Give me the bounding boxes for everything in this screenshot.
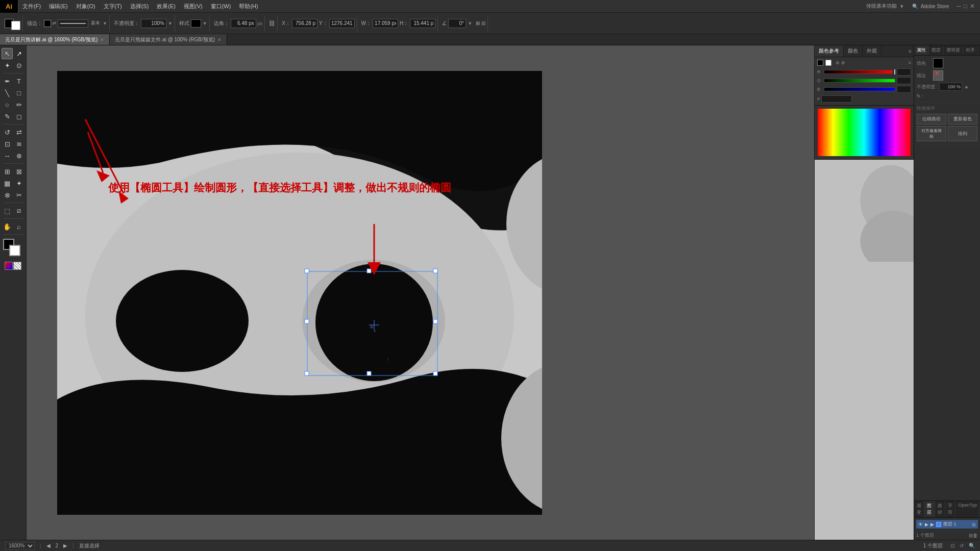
h-input[interactable]	[410, 19, 435, 28]
opacity-dropdown[interactable]: ▼	[168, 21, 173, 26]
gradient-swatch[interactable]	[5, 262, 13, 270]
g-input[interactable]	[897, 77, 911, 84]
layer-eye-icon[interactable]: 👁	[918, 522, 923, 527]
menu-window[interactable]: 窗口(W)	[207, 0, 235, 12]
b-slider[interactable]	[824, 87, 895, 91]
outer-tab-transparency[interactable]: 透明度	[944, 45, 963, 55]
min-button[interactable]: ─	[957, 3, 961, 10]
angle-input[interactable]	[448, 19, 466, 28]
tool-artboard[interactable]: ⬚	[2, 205, 13, 216]
stroke-color-swatch-tool[interactable]	[9, 245, 20, 256]
outer-tab-properties[interactable]: 属性	[914, 45, 929, 55]
tool-selection[interactable]: ↖	[2, 48, 13, 59]
layer-arrow[interactable]: ▶	[925, 522, 928, 527]
tool-hand[interactable]: ✋	[2, 221, 13, 232]
layers-tab-path[interactable]: 路径	[935, 501, 945, 517]
opacity-input-outer[interactable]	[939, 83, 962, 91]
tool-free-transform[interactable]: ⊕	[13, 150, 24, 161]
tool-warp[interactable]: ≋	[13, 138, 24, 149]
style-dropdown[interactable]: ▼	[203, 21, 207, 26]
layer-expand[interactable]: ▶	[930, 522, 934, 527]
opacity-input[interactable]	[141, 19, 166, 28]
stroke-swatch-outer[interactable]: ×	[933, 70, 943, 81]
zoom-select[interactable]: 1600%	[5, 542, 35, 550]
tool-gradient[interactable]: ▦	[2, 178, 13, 189]
stroke-dropdown[interactable]: ▼	[103, 21, 107, 26]
tool-width[interactable]: ↔	[2, 150, 13, 161]
doc-tab-2[interactable]: 元旦是只熊媒媒文件.ai @ 100% (RGB/预览) ✕	[110, 34, 227, 45]
color-spectrum[interactable]	[817, 108, 911, 157]
outer-tab-layers[interactable]: 图层	[929, 45, 944, 55]
menu-select[interactable]: 选择(S)	[126, 0, 153, 12]
menu-file[interactable]: 文件(F)	[18, 0, 45, 12]
panel-tab-swatch[interactable]: 颜色	[844, 45, 863, 57]
menu-help[interactable]: 帮助(H)	[235, 0, 262, 12]
layer-delete-icon[interactable]: 🗑	[973, 533, 978, 538]
max-button[interactable]: □	[964, 3, 967, 10]
tool-slice[interactable]: ⧄	[13, 205, 24, 216]
stroke-color-swatch[interactable]	[44, 20, 51, 27]
menu-text[interactable]: 文字(T)	[100, 0, 126, 12]
stroke-arrow[interactable]: ⇌	[52, 20, 56, 26]
r-input[interactable]	[897, 68, 911, 76]
arrange-btn[interactable]: 排列	[948, 126, 977, 141]
panel-collapse[interactable]: ≡	[909, 48, 912, 54]
tool-scale[interactable]: ⊡	[2, 138, 13, 149]
opacity-stepper-up[interactable]: ▲	[964, 84, 969, 89]
tool-lasso[interactable]: ⊙	[13, 60, 24, 71]
none-swatch[interactable]	[13, 262, 21, 270]
search-icon-status[interactable]: 🔍	[969, 543, 975, 548]
layers-tab-gradient[interactable]: 渐变	[914, 501, 924, 517]
canvas-area[interactable]: ↑ 使用【椭圆工具】绘制圆形，【直接选择工具】调整，做出不规则的椭圆	[27, 45, 814, 540]
angle-dropdown[interactable]: ▼	[468, 21, 472, 26]
layer-row-1[interactable]: 👁 ▶ ▶ 图层 1 ◎	[916, 520, 978, 529]
tool-eyedrop[interactable]: ✦	[13, 178, 24, 189]
panel-tab-appearance[interactable]: 外观	[863, 45, 881, 57]
close-button[interactable]: ✕	[970, 3, 975, 10]
link-icon[interactable]: ⛓	[269, 20, 275, 27]
tool-rotate[interactable]: ↺	[2, 127, 13, 138]
recolor-btn[interactable]: 重新着色	[948, 114, 977, 124]
stroke-swatch[interactable]	[11, 21, 20, 30]
search-area[interactable]: 🔍	[912, 4, 918, 9]
tool-erase[interactable]: ◻	[13, 111, 24, 122]
b-input[interactable]	[897, 86, 911, 93]
workspace-dropdown-icon[interactable]: ▼	[899, 4, 904, 9]
artwork-canvas[interactable]: ↑ 使用【椭圆工具】绘制圆形，【直接选择工具】调整，做出不规则的椭圆	[57, 71, 542, 515]
menu-view[interactable]: 视图(V)	[180, 0, 207, 12]
tool-zoom[interactable]: ⌕	[13, 221, 24, 232]
prev-frame-btn[interactable]: ◀	[46, 543, 51, 548]
layers-tab-opentype[interactable]: OpenTyp	[955, 501, 980, 517]
offset-path-btn[interactable]: 位移路径	[917, 114, 946, 124]
tool-type[interactable]: T	[13, 76, 24, 87]
doc-tab-2-close[interactable]: ✕	[217, 37, 222, 42]
layers-tab-char[interactable]: 字符	[945, 501, 955, 517]
tool-rect[interactable]: □	[13, 87, 24, 98]
color-spectrum-area[interactable]	[815, 106, 914, 160]
doc-tab-1[interactable]: 元旦是只熊讲解.ai @ 1600% (RGB/预览) ✕	[0, 34, 110, 45]
panel-tab-color[interactable]: 颜色参考	[815, 45, 844, 57]
tool-mesh[interactable]: ⊠	[13, 166, 24, 177]
layer-visibility-icon[interactable]: ◎	[972, 522, 976, 527]
tool-pencil[interactable]: ✎	[2, 111, 13, 122]
pixel-align-btn[interactable]: 对齐像素网格	[917, 126, 946, 141]
tool-brush[interactable]: ✏	[13, 99, 24, 110]
corner-input[interactable]	[231, 19, 256, 28]
hex-input[interactable]	[821, 95, 852, 103]
tool-line[interactable]: ╲	[2, 87, 13, 98]
tool-pen[interactable]: ✒	[2, 76, 13, 87]
outer-tab-align[interactable]: 对齐	[963, 45, 978, 55]
tool-reflect[interactable]: ⇄	[13, 127, 24, 138]
tool-ellipse[interactable]: ○	[2, 99, 13, 110]
tool-shape-builder[interactable]: ⊞	[2, 166, 13, 177]
layer-add-icon[interactable]: ⊞	[969, 533, 973, 538]
r-slider[interactable]	[824, 70, 893, 74]
w-input[interactable]	[373, 19, 398, 28]
tool-scissors[interactable]: ✂	[13, 189, 24, 201]
tool-blend[interactable]: ⊗	[2, 189, 13, 201]
current-stroke-swatch-panel[interactable]	[825, 60, 831, 66]
fill-swatch-outer[interactable]	[933, 58, 943, 68]
y-input[interactable]	[329, 19, 355, 28]
zoom-fit-icon[interactable]: ⊡	[950, 543, 954, 548]
x-input[interactable]	[292, 19, 317, 28]
